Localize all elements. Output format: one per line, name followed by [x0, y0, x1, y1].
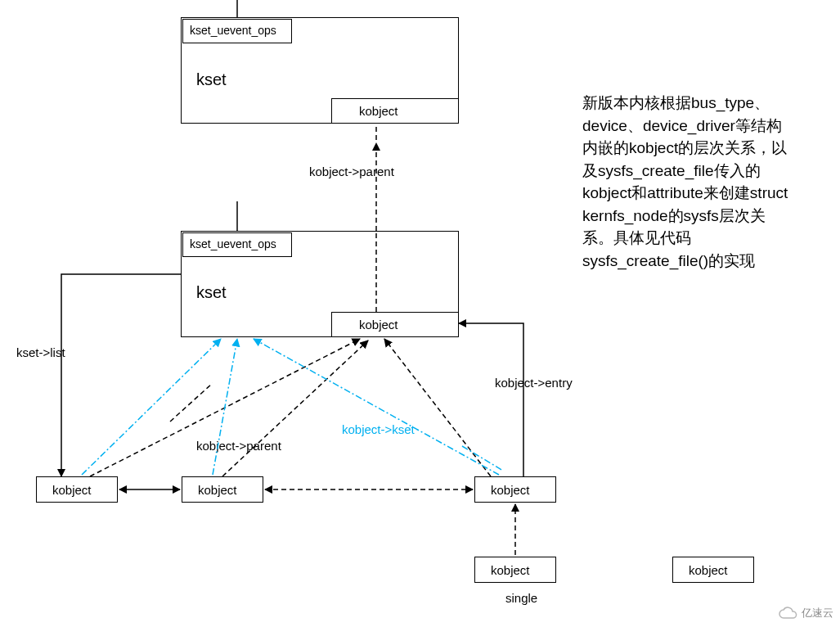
kobject-mid-label: kobject [359, 318, 398, 332]
edge-kset-list: kset->list [16, 345, 65, 359]
kset-uevent-mid-label: kset_uevent_ops [190, 237, 276, 250]
svg-line-9 [222, 341, 368, 476]
kset-uevent-top-label: kset_uevent_ops [190, 24, 276, 37]
kobject-child-4-label: kobject [491, 563, 530, 577]
svg-line-11 [170, 383, 213, 422]
kobject-top-label: kobject [359, 104, 398, 118]
kobject-child-3-label: kobject [491, 483, 530, 497]
watermark-cloud: 亿速云 [779, 606, 833, 620]
svg-line-10 [384, 339, 491, 476]
cloud-icon [779, 607, 798, 620]
kobject-child-1-label: kobject [52, 483, 92, 497]
edge-kset-mid: kobject->kset [342, 422, 415, 436]
kobject-child-2-label: kobject [198, 483, 237, 497]
svg-line-13 [213, 339, 237, 475]
edge-single: single [505, 591, 537, 605]
kset-title-mid: kset [196, 283, 227, 302]
svg-line-8 [90, 339, 360, 476]
kset-title-top: kset [196, 70, 227, 89]
edge-parent-mid: kobject->parent [196, 439, 281, 453]
edge-parent-top: kobject->parent [309, 165, 394, 178]
kobject-child-5-label: kobject [689, 563, 728, 577]
edge-entry: kobject->entry [495, 376, 573, 390]
svg-line-14 [254, 339, 499, 475]
svg-line-15 [462, 446, 503, 471]
explanation-text: 新版本内核根据bus_type、device、device_driver等结构内… [582, 92, 795, 272]
svg-line-12 [82, 339, 221, 475]
